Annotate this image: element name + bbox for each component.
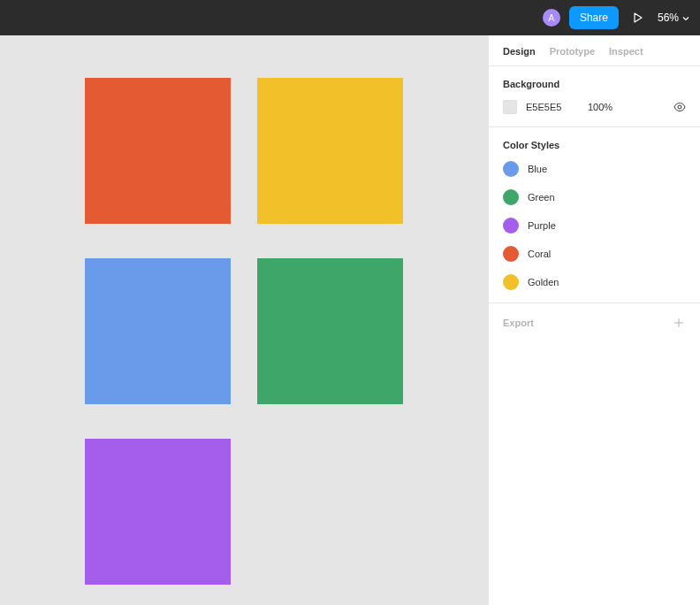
right-panel: Design Prototype Inspect Background E5E5… <box>488 35 700 605</box>
zoom-dropdown[interactable]: 56% <box>658 11 689 24</box>
style-item-purple[interactable]: Purple <box>503 218 686 234</box>
rect-purple[interactable] <box>85 439 231 585</box>
plus-icon <box>673 318 684 328</box>
panel-tabs: Design Prototype Inspect <box>489 35 700 66</box>
style-label: Coral <box>528 249 551 259</box>
style-item-blue[interactable]: Blue <box>503 161 686 177</box>
tab-inspect[interactable]: Inspect <box>609 46 643 57</box>
avatar[interactable]: A <box>543 9 560 27</box>
visibility-toggle[interactable] <box>673 101 686 113</box>
rect-blue[interactable] <box>85 258 231 404</box>
zoom-label: 56% <box>658 11 679 24</box>
background-row: E5E5E5 100% <box>503 100 686 114</box>
export-title: Export <box>503 318 534 328</box>
background-title: Background <box>503 79 686 89</box>
chevron-down-icon <box>682 15 689 22</box>
style-label: Green <box>528 192 555 203</box>
background-opacity[interactable]: 100% <box>588 102 623 112</box>
share-button[interactable]: Share <box>569 6 619 29</box>
style-label: Purple <box>528 220 556 231</box>
eye-icon <box>673 101 686 113</box>
color-styles-list: Blue Green Purple Coral Golden <box>503 161 686 290</box>
style-dot-green <box>503 189 519 205</box>
background-hex[interactable]: E5E5E5 <box>526 102 579 112</box>
tab-design[interactable]: Design <box>503 46 536 57</box>
rect-green[interactable] <box>257 258 403 404</box>
main: Design Prototype Inspect Background E5E5… <box>0 35 700 605</box>
style-item-golden[interactable]: Golden <box>503 274 686 290</box>
tab-prototype[interactable]: Prototype <box>550 46 595 57</box>
style-item-green[interactable]: Green <box>503 189 686 205</box>
style-dot-purple <box>503 218 519 234</box>
rect-golden[interactable] <box>257 78 403 224</box>
color-styles-section: Color Styles Blue Green Purple Coral <box>489 127 700 303</box>
style-dot-golden <box>503 274 519 290</box>
topbar: A Share 56% <box>0 0 700 35</box>
export-section: Export <box>489 303 700 342</box>
background-swatch[interactable] <box>503 100 517 114</box>
style-label: Blue <box>528 164 547 174</box>
style-dot-coral <box>503 246 519 262</box>
style-item-coral[interactable]: Coral <box>503 246 686 262</box>
play-icon <box>633 12 643 23</box>
canvas[interactable] <box>0 35 488 605</box>
style-dot-blue <box>503 161 519 177</box>
present-button[interactable] <box>628 7 649 28</box>
rect-coral[interactable] <box>85 78 231 224</box>
add-export-button[interactable] <box>672 316 686 330</box>
style-label: Golden <box>528 277 559 287</box>
background-section: Background E5E5E5 100% <box>489 66 700 127</box>
svg-point-0 <box>678 105 681 109</box>
color-styles-title: Color Styles <box>503 140 686 150</box>
